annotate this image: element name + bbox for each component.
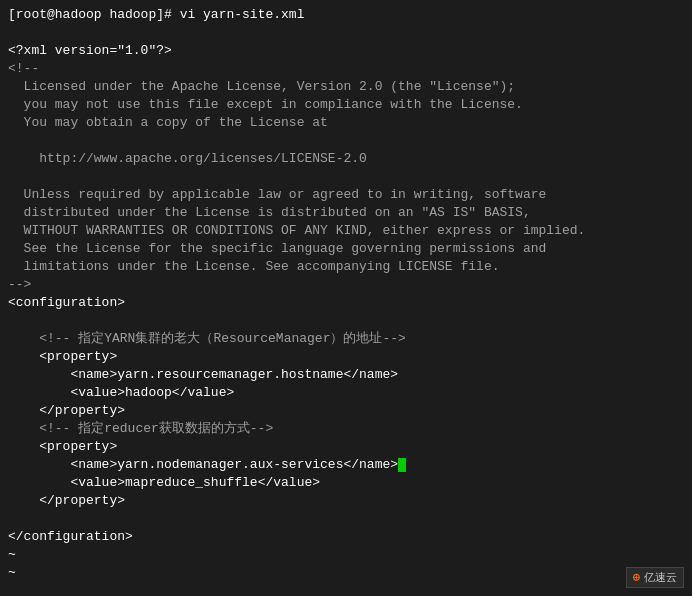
property1-open: <property>	[8, 348, 684, 366]
license-line-4: Unless required by applicable law or agr…	[8, 186, 684, 204]
property1-name: <name>yarn.resourcemanager.hostname</nam…	[8, 366, 684, 384]
xml-declaration: <?xml version="1.0"?>	[8, 42, 684, 60]
watermark-text: 亿速云	[644, 570, 677, 585]
tilde-1: ~	[8, 546, 684, 564]
comment-close: -->	[8, 276, 684, 294]
text-cursor	[398, 458, 406, 472]
blank-line-5	[8, 510, 684, 528]
license-url: http://www.apache.org/licenses/LICENSE-2…	[8, 150, 684, 168]
property2-close: </property>	[8, 492, 684, 510]
property2-open: <property>	[8, 438, 684, 456]
property2-name: <name>yarn.nodemanager.aux-services</nam…	[8, 456, 684, 474]
tilde-2: ~	[8, 564, 684, 582]
blank-line-1	[8, 24, 684, 42]
comment-reducer: <!-- 指定reducer获取数据的方式-->	[8, 420, 684, 438]
blank-line-3	[8, 168, 684, 186]
prompt-line: [root@hadoop hadoop]# vi yarn-site.xml	[8, 6, 684, 24]
license-line-1: Licensed under the Apache License, Versi…	[8, 78, 684, 96]
terminal-window: [root@hadoop hadoop]# vi yarn-site.xml <…	[0, 0, 692, 596]
blank-line-4	[8, 312, 684, 330]
property1-close: </property>	[8, 402, 684, 420]
comment-open: <!--	[8, 60, 684, 78]
comment-resourcemanager: <!-- 指定YARN集群的老大（ResourceManager）的地址-->	[8, 330, 684, 348]
license-line-2: you may not use this file except in comp…	[8, 96, 684, 114]
config-close-tag: </configuration>	[8, 528, 684, 546]
config-open-tag: <configuration>	[8, 294, 684, 312]
watermark-icon: ⊕	[633, 570, 640, 585]
watermark-badge: ⊕ 亿速云	[626, 567, 684, 588]
license-line-8: limitations under the License. See accom…	[8, 258, 684, 276]
license-line-5: distributed under the License is distrib…	[8, 204, 684, 222]
property1-value: <value>hadoop</value>	[8, 384, 684, 402]
license-line-6: WITHOUT WARRANTIES OR CONDITIONS OF ANY …	[8, 222, 684, 240]
blank-line-2	[8, 132, 684, 150]
license-line-3: You may obtain a copy of the License at	[8, 114, 684, 132]
property2-value: <value>mapreduce_shuffle</value>	[8, 474, 684, 492]
license-line-7: See the License for the specific languag…	[8, 240, 684, 258]
